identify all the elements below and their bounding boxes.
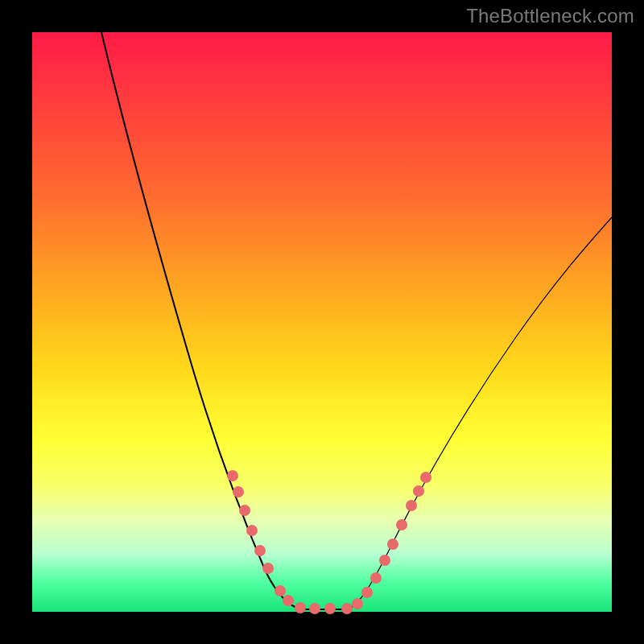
dot (309, 603, 320, 614)
watermark-text: TheBottleneck.com (466, 5, 634, 27)
left-curve (101, 32, 302, 609)
dot (387, 539, 398, 550)
right-curve (348, 217, 612, 609)
dot (406, 500, 417, 511)
dot (262, 563, 274, 574)
dot (227, 470, 238, 481)
chart-frame: TheBottleneck.com (0, 0, 644, 644)
dot (246, 525, 258, 536)
dot (420, 472, 431, 483)
dot (283, 595, 294, 606)
dot (370, 572, 382, 584)
dot (413, 485, 424, 497)
curve-layer (32, 32, 612, 612)
dot (341, 603, 353, 614)
dot (233, 486, 244, 497)
dot (239, 505, 250, 516)
dot (396, 519, 407, 530)
dot (361, 587, 373, 598)
dot (324, 603, 336, 614)
dot (254, 545, 266, 556)
dot (379, 555, 390, 566)
dot (352, 598, 363, 609)
dot (295, 602, 306, 613)
plot-area (32, 32, 612, 612)
dot (275, 585, 286, 597)
